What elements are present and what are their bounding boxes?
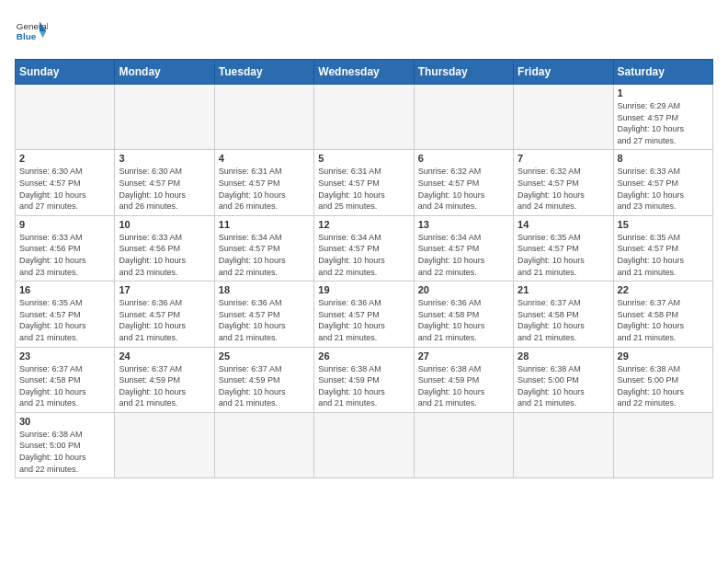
day-number: 6: [418, 153, 509, 164]
calendar-cell: [16, 85, 115, 150]
day-number: 13: [418, 219, 509, 230]
day-info: Sunrise: 6:31 AM Sunset: 4:57 PM Dayligh…: [219, 166, 310, 212]
day-info: Sunrise: 6:32 AM Sunset: 4:57 PM Dayligh…: [518, 166, 609, 212]
calendar-table: SundayMondayTuesdayWednesdayThursdayFrid…: [15, 59, 713, 478]
day-number: 21: [518, 284, 609, 295]
day-number: 12: [318, 219, 409, 230]
calendar-cell: 1Sunrise: 6:29 AM Sunset: 4:57 PM Daylig…: [613, 85, 712, 150]
calendar-cell: 28Sunrise: 6:38 AM Sunset: 5:00 PM Dayli…: [514, 347, 613, 412]
day-info: Sunrise: 6:38 AM Sunset: 5:00 PM Dayligh…: [518, 363, 609, 409]
day-number: 5: [318, 153, 409, 164]
calendar-cell: 20Sunrise: 6:36 AM Sunset: 4:58 PM Dayli…: [414, 282, 513, 347]
header-thursday: Thursday: [414, 60, 513, 85]
calendar-cell: 14Sunrise: 6:35 AM Sunset: 4:57 PM Dayli…: [514, 215, 613, 281]
day-number: 27: [418, 350, 509, 362]
day-info: Sunrise: 6:33 AM Sunset: 4:57 PM Dayligh…: [618, 166, 709, 212]
day-number: 17: [119, 284, 210, 295]
calendar-cell: 7Sunrise: 6:32 AM Sunset: 4:57 PM Daylig…: [514, 150, 613, 215]
week-row-4: 16Sunrise: 6:35 AM Sunset: 4:57 PM Dayli…: [16, 282, 713, 347]
day-info: Sunrise: 6:35 AM Sunset: 4:57 PM Dayligh…: [618, 232, 709, 278]
calendar-cell: 15Sunrise: 6:35 AM Sunset: 4:57 PM Dayli…: [613, 215, 712, 281]
calendar-cell: 26Sunrise: 6:38 AM Sunset: 4:59 PM Dayli…: [314, 347, 414, 412]
day-info: Sunrise: 6:33 AM Sunset: 4:56 PM Dayligh…: [19, 232, 110, 278]
day-info: Sunrise: 6:37 AM Sunset: 4:58 PM Dayligh…: [618, 297, 709, 343]
day-number: 29: [618, 350, 709, 362]
day-number: 18: [219, 284, 310, 295]
calendar-cell: 2Sunrise: 6:30 AM Sunset: 4:57 PM Daylig…: [16, 150, 115, 215]
day-info: Sunrise: 6:31 AM Sunset: 4:57 PM Dayligh…: [318, 166, 409, 212]
header-saturday: Saturday: [613, 60, 712, 85]
day-info: Sunrise: 6:34 AM Sunset: 4:57 PM Dayligh…: [418, 232, 509, 278]
day-number: 22: [618, 284, 709, 295]
day-number: 7: [518, 153, 609, 164]
calendar-cell: 21Sunrise: 6:37 AM Sunset: 4:58 PM Dayli…: [514, 282, 613, 347]
calendar-cell: [214, 85, 313, 150]
day-info: Sunrise: 6:37 AM Sunset: 4:58 PM Dayligh…: [518, 297, 609, 343]
day-info: Sunrise: 6:38 AM Sunset: 5:00 PM Dayligh…: [19, 429, 110, 475]
day-info: Sunrise: 6:37 AM Sunset: 4:59 PM Dayligh…: [119, 363, 210, 409]
day-info: Sunrise: 6:34 AM Sunset: 4:57 PM Dayligh…: [318, 232, 409, 278]
calendar-cell: 8Sunrise: 6:33 AM Sunset: 4:57 PM Daylig…: [613, 150, 712, 215]
calendar-cell: [214, 412, 313, 477]
day-info: Sunrise: 6:34 AM Sunset: 4:57 PM Dayligh…: [219, 232, 310, 278]
day-number: 25: [219, 350, 310, 362]
day-number: 2: [19, 153, 110, 164]
header-tuesday: Tuesday: [214, 60, 313, 85]
calendar-cell: 23Sunrise: 6:37 AM Sunset: 4:58 PM Dayli…: [16, 347, 115, 412]
day-info: Sunrise: 6:38 AM Sunset: 4:59 PM Dayligh…: [318, 363, 409, 409]
day-number: 16: [19, 284, 110, 295]
day-info: Sunrise: 6:32 AM Sunset: 4:57 PM Dayligh…: [418, 166, 509, 212]
calendar-cell: 27Sunrise: 6:38 AM Sunset: 4:59 PM Dayli…: [414, 347, 513, 412]
calendar-cell: 25Sunrise: 6:37 AM Sunset: 4:59 PM Dayli…: [214, 347, 313, 412]
day-number: 14: [518, 219, 609, 230]
day-number: 23: [19, 350, 110, 362]
day-info: Sunrise: 6:36 AM Sunset: 4:57 PM Dayligh…: [318, 297, 409, 343]
day-number: 8: [618, 153, 709, 164]
calendar-cell: 19Sunrise: 6:36 AM Sunset: 4:57 PM Dayli…: [314, 282, 414, 347]
day-info: Sunrise: 6:37 AM Sunset: 4:59 PM Dayligh…: [219, 363, 310, 409]
calendar-cell: 6Sunrise: 6:32 AM Sunset: 4:57 PM Daylig…: [414, 150, 513, 215]
day-info: Sunrise: 6:35 AM Sunset: 4:57 PM Dayligh…: [19, 297, 110, 343]
logo: General Blue: [15, 15, 48, 48]
calendar-cell: 16Sunrise: 6:35 AM Sunset: 4:57 PM Dayli…: [16, 282, 115, 347]
calendar-cell: 30Sunrise: 6:38 AM Sunset: 5:00 PM Dayli…: [16, 412, 115, 477]
calendar-cell: 29Sunrise: 6:38 AM Sunset: 5:00 PM Dayli…: [613, 347, 712, 412]
day-info: Sunrise: 6:36 AM Sunset: 4:57 PM Dayligh…: [219, 297, 310, 343]
svg-text:Blue: Blue: [17, 31, 37, 41]
day-number: 10: [119, 219, 210, 230]
day-number: 30: [19, 416, 110, 427]
header-wednesday: Wednesday: [314, 60, 414, 85]
svg-marker-3: [40, 31, 46, 38]
calendar-cell: [414, 412, 513, 477]
day-info: Sunrise: 6:33 AM Sunset: 4:56 PM Dayligh…: [119, 232, 210, 278]
header-sunday: Sunday: [16, 60, 115, 85]
day-number: 28: [518, 350, 609, 362]
calendar-cell: [115, 412, 214, 477]
calendar-cell: [414, 85, 513, 150]
day-number: 19: [318, 284, 409, 295]
calendar-cell: 13Sunrise: 6:34 AM Sunset: 4:57 PM Dayli…: [414, 215, 513, 281]
day-info: Sunrise: 6:35 AM Sunset: 4:57 PM Dayligh…: [518, 232, 609, 278]
calendar-cell: 22Sunrise: 6:37 AM Sunset: 4:58 PM Dayli…: [613, 282, 712, 347]
calendar-cell: 11Sunrise: 6:34 AM Sunset: 4:57 PM Dayli…: [214, 215, 313, 281]
calendar-cell: [613, 412, 712, 477]
calendar-cell: 3Sunrise: 6:30 AM Sunset: 4:57 PM Daylig…: [115, 150, 214, 215]
calendar-cell: 17Sunrise: 6:36 AM Sunset: 4:57 PM Dayli…: [115, 282, 214, 347]
day-info: Sunrise: 6:38 AM Sunset: 5:00 PM Dayligh…: [618, 363, 709, 409]
calendar-cell: [314, 85, 414, 150]
day-info: Sunrise: 6:30 AM Sunset: 4:57 PM Dayligh…: [19, 166, 110, 212]
day-info: Sunrise: 6:29 AM Sunset: 4:57 PM Dayligh…: [618, 100, 709, 146]
day-number: 3: [119, 153, 210, 164]
week-row-3: 9Sunrise: 6:33 AM Sunset: 4:56 PM Daylig…: [16, 215, 713, 281]
week-row-2: 2Sunrise: 6:30 AM Sunset: 4:57 PM Daylig…: [16, 150, 713, 215]
day-info: Sunrise: 6:30 AM Sunset: 4:57 PM Dayligh…: [119, 166, 210, 212]
calendar-header-row: SundayMondayTuesdayWednesdayThursdayFrid…: [16, 60, 713, 85]
calendar-cell: [514, 85, 613, 150]
calendar-cell: 5Sunrise: 6:31 AM Sunset: 4:57 PM Daylig…: [314, 150, 414, 215]
day-number: 20: [418, 284, 509, 295]
calendar-cell: 12Sunrise: 6:34 AM Sunset: 4:57 PM Dayli…: [314, 215, 414, 281]
header-monday: Monday: [115, 60, 214, 85]
week-row-5: 23Sunrise: 6:37 AM Sunset: 4:58 PM Dayli…: [16, 347, 713, 412]
day-info: Sunrise: 6:36 AM Sunset: 4:58 PM Dayligh…: [418, 297, 509, 343]
day-info: Sunrise: 6:38 AM Sunset: 4:59 PM Dayligh…: [418, 363, 509, 409]
